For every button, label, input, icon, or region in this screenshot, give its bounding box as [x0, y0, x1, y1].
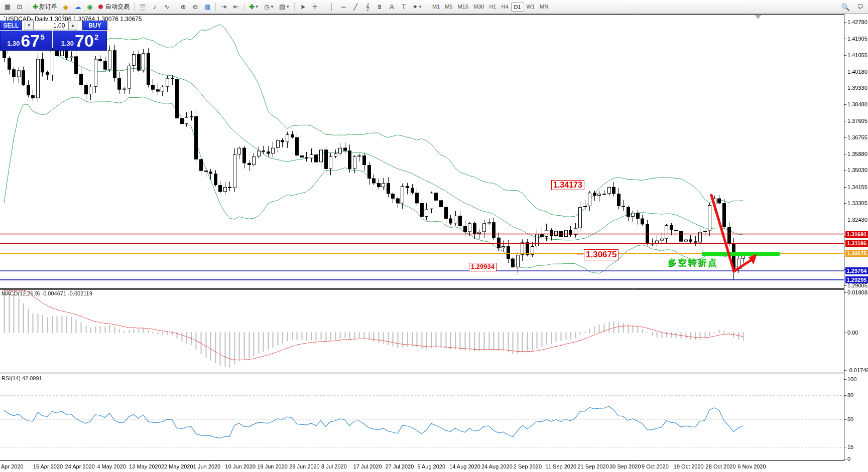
zoom-in-icon[interactable]: ⊕ [178, 2, 189, 13]
search-icon[interactable]: 🔍 [839, 2, 852, 13]
price-tick: 1.35880 [847, 151, 867, 157]
price-tick: 1.37605 [847, 118, 867, 124]
vertical-line-icon[interactable]: │ [326, 2, 337, 13]
price-label-low[interactable]: 1.29934 [469, 263, 497, 271]
timeframe-mn[interactable]: MN [537, 3, 551, 12]
text-icon[interactable]: A [386, 2, 397, 13]
shapes-icon[interactable]: ✦▼ [410, 2, 424, 13]
autotrade-status-icon [98, 5, 103, 9]
period-clock-button[interactable]: ◷▼ [262, 2, 276, 13]
buy-button[interactable]: BUY [82, 21, 107, 30]
grid-icon[interactable]: ⩩ [374, 2, 385, 13]
price-level-label: 1.31691 [845, 231, 868, 238]
sell-price-point: 5 [40, 33, 44, 41]
sell-button[interactable]: SELL [0, 21, 22, 30]
price-chart-canvas[interactable] [0, 0, 868, 472]
volume-field[interactable]: 1.00 [34, 21, 69, 30]
date-tick: 30 Sep 2020 [609, 463, 641, 469]
sell-price-display[interactable]: 1.30 67 5 [0, 31, 52, 51]
text-label-icon[interactable]: T [398, 2, 409, 13]
price-tick: 1.42780 [847, 19, 867, 25]
price-tick: 1.40180 [847, 69, 867, 75]
timeframe-m1[interactable]: M1 [430, 3, 442, 12]
timeframe-d1[interactable]: D1 [511, 3, 524, 12]
market-icon[interactable]: ◆ [60, 2, 71, 13]
add-indicator-button[interactable]: ✚▼ [247, 2, 261, 13]
price-level-label: 1.30675 [845, 250, 868, 257]
chart-shift-marker[interactable] [755, 15, 761, 19]
macd-tick: 0.018083 [847, 289, 868, 295]
date-tick: 29 Jun 2020 [289, 463, 320, 469]
tile-windows-icon[interactable]: ▦ [202, 2, 213, 13]
line-chart-icon[interactable]: ∿ [161, 2, 172, 13]
price-tick: 1.41905 [847, 36, 867, 42]
bar-chart-icon[interactable]: 𝄛 [137, 2, 148, 13]
price-level-label: 1.29295 [845, 276, 868, 283]
volume-increase-button[interactable]: ▲ [68, 21, 77, 30]
fibonacci-icon[interactable]: 𝄞 [362, 2, 373, 13]
price-label-high[interactable]: 1.34173 [551, 180, 584, 190]
rsi-indicator-label: RSI(14) 42.0991 [2, 375, 42, 381]
timeframe-bar: M1M5M15M30H1H4D1W1MN [430, 3, 551, 12]
cloud-icon[interactable]: ☁ [72, 2, 83, 13]
date-tick: 4 May 2020 [97, 463, 126, 469]
date-tick: 1 Jun 2020 [193, 463, 220, 469]
new-chart-icon[interactable]: ▦ [2, 2, 13, 13]
toolbar-separator [134, 3, 135, 12]
candle-chart-icon[interactable]: ♪ [149, 2, 160, 13]
chinese-note-text[interactable]: 多空转折点 [668, 257, 718, 268]
date-tick: 2 Sep 2020 [514, 463, 542, 469]
profile-icon[interactable]: ⊡ [14, 2, 25, 13]
rsi-tick: 15 [847, 444, 853, 450]
sell-price-main: 67 [21, 32, 40, 49]
new-order-button[interactable]: ✚ 新订单 [31, 2, 59, 13]
template-button[interactable]: ▤▼ [277, 2, 292, 13]
buy-price-prefix: 1.30 [61, 40, 74, 47]
date-tick: 9 Oct 2020 [642, 463, 669, 469]
horizontal-line-icon[interactable]: ─ [338, 2, 349, 13]
date-tick: 27 Jul 2020 [386, 463, 414, 469]
date-tick: 15 Apr 2020 [33, 463, 63, 469]
price-tick: 1.32430 [847, 217, 867, 223]
price-tick: 1.34155 [847, 184, 867, 190]
timeframe-m5[interactable]: M5 [442, 3, 455, 12]
date-tick: Apr 2020 [1, 463, 24, 469]
auto-scroll-icon[interactable]: ⇥ [218, 2, 229, 13]
toolbar-separator [215, 3, 216, 12]
toolbar-separator [175, 3, 175, 12]
price-tick: 1.33305 [847, 200, 867, 206]
timeframe-h1[interactable]: H1 [486, 3, 499, 12]
date-tick: 22 May 2020 [161, 463, 193, 469]
timeframe-h4[interactable]: H4 [499, 3, 511, 12]
date-tick: 14 Aug 2020 [449, 463, 480, 469]
buy-price-display[interactable]: 1.30 70 2 [53, 31, 107, 51]
signals-icon[interactable]: ◉ [84, 2, 95, 13]
rsi-tick: 50 [847, 416, 853, 422]
date-tick: 21 Sep 2020 [577, 463, 608, 469]
trendline-icon[interactable]: ╱ [350, 2, 361, 13]
chart-shift-icon[interactable]: ⇤ [230, 2, 241, 13]
toolbar-separator [323, 3, 323, 12]
macd-indicator-label: MACD(12,26,9) -0.004671 -0.002119 [2, 290, 92, 296]
price-tick: 1.38480 [847, 101, 867, 107]
date-tick: 5 Aug 2020 [417, 463, 445, 469]
autotrade-button[interactable]: 自动交易 [96, 2, 132, 13]
chat-icon[interactable]: 🗩 [855, 2, 866, 13]
toolbar-separator [427, 3, 427, 12]
timeframe-w1[interactable]: W1 [524, 3, 538, 12]
date-tick: 11 Sep 2020 [546, 463, 577, 469]
price-tick: 1.36755 [847, 134, 867, 140]
timeframe-m15[interactable]: M15 [455, 3, 471, 12]
price-label-current[interactable]: 1.30675 [584, 249, 618, 260]
toolbar-separator [28, 3, 28, 12]
toolbar-separator [244, 3, 244, 12]
macd-tick: 0.00 [847, 330, 858, 336]
cursor-icon[interactable]: ➤ [297, 2, 308, 13]
main-toolbar: ▦ ⊡ ✚ 新订单 ◆ ☁ ◉ 自动交易 𝄛 ♪ ∿ ⊕ ⊖ ▦ ⇥ ⇤ ✚▼ … [0, 0, 868, 14]
macd-tick: -0.017497 [847, 367, 868, 373]
timeframe-m30[interactable]: M30 [471, 3, 486, 12]
toolbar-separator [294, 3, 295, 12]
volume-decrease-button[interactable]: ▼ [25, 21, 34, 30]
crosshair-icon[interactable]: ✛ [309, 2, 320, 13]
zoom-out-icon[interactable]: ⊖ [190, 2, 201, 13]
